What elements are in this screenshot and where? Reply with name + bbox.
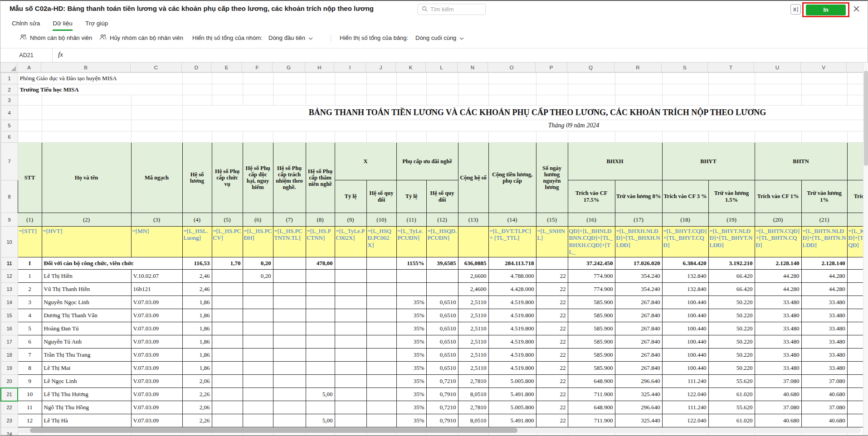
cell-V15[interactable]: 33.480 xyxy=(801,309,847,322)
cell-A19[interactable]: 8 xyxy=(18,362,42,375)
cell-C[interactable] xyxy=(131,106,182,120)
cell-G22[interactable] xyxy=(273,401,306,414)
header-group-X[interactable]: X xyxy=(335,143,396,180)
cell-Q12[interactable]: 774.900 xyxy=(568,270,615,283)
cell-F[interactable] xyxy=(243,131,273,143)
cell-L18[interactable]: 0,6510 xyxy=(426,349,458,362)
formula-B[interactable]: =[HVT] xyxy=(42,227,131,257)
cell-F13[interactable] xyxy=(243,283,273,296)
cell-D[interactable] xyxy=(182,84,212,95)
cell-N15[interactable]: 2,5110 xyxy=(458,309,488,322)
cell-J21[interactable] xyxy=(366,388,396,401)
header-E[interactable]: Hệ số Phụ cấp chức vụ xyxy=(212,143,243,213)
cell-G21[interactable] xyxy=(273,388,306,401)
cell-V[interactable] xyxy=(801,95,847,106)
cell-A18[interactable]: 7 xyxy=(18,349,42,362)
cell-P[interactable] xyxy=(536,84,568,95)
total-N[interactable]: 636,0885 xyxy=(458,257,488,270)
column-header-V[interactable]: V xyxy=(801,63,847,73)
cell-J[interactable] xyxy=(366,84,396,95)
cell-K19[interactable]: 35% xyxy=(396,362,426,375)
total-O[interactable]: 284.113.718 xyxy=(488,257,536,270)
cell-W23[interactable] xyxy=(847,414,863,427)
cell-J12[interactable] xyxy=(366,270,396,283)
colnum-W[interactable]: (22) xyxy=(847,213,863,227)
cell-A[interactable] xyxy=(18,95,42,106)
total-T[interactable]: 3.192.210 xyxy=(708,257,755,270)
row-header-20[interactable]: 20 xyxy=(1,375,18,388)
cell-U[interactable] xyxy=(755,95,801,106)
cell-Q18[interactable]: 585.900 xyxy=(568,349,615,362)
cell-O22[interactable]: 5.005.800 xyxy=(488,401,536,414)
cell-G[interactable] xyxy=(273,73,306,84)
cell-H15[interactable] xyxy=(306,309,335,322)
cell-G[interactable] xyxy=(273,131,306,143)
cell-W16[interactable] xyxy=(847,322,863,335)
cell-T12[interactable]: 66.420 xyxy=(708,270,755,283)
cell-F14[interactable] xyxy=(243,296,273,309)
column-header-C[interactable]: C xyxy=(131,63,182,73)
cell-Q14[interactable]: 585.900 xyxy=(568,296,615,309)
cell-R22[interactable]: 296.640 xyxy=(615,401,662,414)
header-T[interactable]: Trừ vào lương 1.5% xyxy=(708,180,755,213)
header-B[interactable]: Họ và tên xyxy=(42,143,131,213)
cell-D21[interactable]: 2,26 xyxy=(182,388,212,401)
colnum-K[interactable]: (11) xyxy=(396,213,426,227)
column-header-A[interactable]: A xyxy=(17,63,41,73)
cell-B16[interactable]: Hoàng Đan Tú xyxy=(42,322,131,335)
column-header-K[interactable]: K xyxy=(396,63,426,73)
row-header-8[interactable]: 8 xyxy=(1,180,18,213)
cell-F[interactable] xyxy=(243,84,273,95)
cell-K16[interactable]: 35% xyxy=(396,322,426,335)
formula-K[interactable]: =[L_TyLe.PCUĐN] xyxy=(396,227,426,257)
header-D[interactable]: Hệ số lương xyxy=(182,143,212,213)
cell-F20[interactable] xyxy=(243,375,273,388)
cell-W21[interactable] xyxy=(847,388,863,401)
cell-E16[interactable] xyxy=(212,322,243,335)
cell-J20[interactable] xyxy=(366,375,396,388)
horizontal-scrollbar-thumb[interactable] xyxy=(30,428,517,433)
cell-V17[interactable]: 33.480 xyxy=(801,335,847,349)
cell-I17[interactable] xyxy=(335,335,366,349)
cell-P[interactable] xyxy=(536,131,568,143)
cell-B17[interactable]: Nguyễn Tú Anh xyxy=(42,335,131,349)
row-header-6[interactable]: 6 xyxy=(1,131,18,143)
cell-O19[interactable]: 4.519.800 xyxy=(488,362,536,375)
cell-U[interactable] xyxy=(755,131,801,143)
header-group-cut[interactable] xyxy=(847,143,863,180)
cell-S13[interactable]: 132.840 xyxy=(662,283,708,296)
cell-J19[interactable] xyxy=(366,362,396,375)
cell-T[interactable] xyxy=(708,95,755,106)
cell-V14[interactable]: 33.480 xyxy=(801,296,847,309)
cell-R[interactable] xyxy=(615,84,662,95)
cell-T23[interactable]: 61.020 xyxy=(708,414,755,427)
cell-R19[interactable]: 267.840 xyxy=(615,362,662,375)
cell-B19[interactable]: Lê Thị Mai xyxy=(42,362,131,375)
cell-D13[interactable]: 2,46 xyxy=(182,283,212,296)
cell-B12[interactable]: Lê Thị Hiền xyxy=(42,270,131,283)
cell-H[interactable] xyxy=(306,95,335,106)
cell-I20[interactable] xyxy=(335,375,366,388)
formula-R[interactable]: =[L_BHXH.NLĐĐ]+[TL_BHXH.NLĐĐ] xyxy=(615,227,662,257)
cell-F19[interactable] xyxy=(243,362,273,375)
cell-I23[interactable] xyxy=(335,414,366,427)
colnum-C[interactable]: (3) xyxy=(131,213,182,227)
total-U[interactable]: 2.128.140 xyxy=(755,257,801,270)
colnum-S[interactable]: (18) xyxy=(662,213,708,227)
total-H[interactable]: 478,00 xyxy=(306,257,335,270)
cell-R21[interactable]: 325.440 xyxy=(615,388,662,401)
colnum-H[interactable]: (8) xyxy=(306,213,335,227)
header-A[interactable]: STT xyxy=(18,143,42,213)
cell-F17[interactable] xyxy=(243,335,273,349)
cell-I[interactable] xyxy=(335,131,366,143)
colnum-L[interactable]: (12) xyxy=(426,213,458,227)
formula-H[interactable]: =[L_HS.PCTNN] xyxy=(306,227,335,257)
cell-I[interactable] xyxy=(335,84,366,95)
cell-K[interactable] xyxy=(396,131,426,143)
menu-item-chinh-sua[interactable]: Chỉnh sửa xyxy=(12,17,40,31)
cell-K15[interactable]: 35% xyxy=(396,309,426,322)
cell-A16[interactable]: 5 xyxy=(18,322,42,335)
total-B[interactable]: Đối với cán bộ công chức, viên chức xyxy=(42,257,182,270)
header-group-BHTN[interactable]: BHTN xyxy=(755,143,847,180)
formula-D[interactable]: =[L_HSL.Luong] xyxy=(182,227,212,257)
